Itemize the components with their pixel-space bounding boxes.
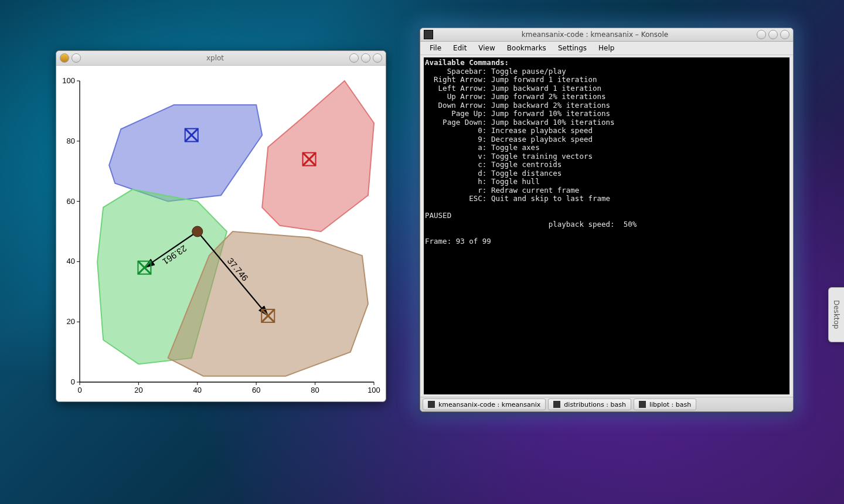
konsole-tab-label: distributions : bash <box>564 401 626 408</box>
svg-text:0: 0 <box>71 377 75 386</box>
desktop-pager-tab[interactable]: Desktop <box>828 287 844 342</box>
minimize-button[interactable] <box>757 30 766 39</box>
svg-text:100: 100 <box>367 386 380 394</box>
close-button[interactable] <box>780 30 789 39</box>
konsole-tab-2[interactable]: libplot : bash <box>634 399 696 410</box>
konsole-titlebar[interactable]: kmeansanix-code : kmeansanix – Konsole <box>420 28 793 42</box>
svg-text:40: 40 <box>193 386 202 394</box>
menu-settings[interactable]: Settings <box>552 43 593 53</box>
terminal-icon <box>553 401 560 408</box>
svg-text:20: 20 <box>134 386 142 394</box>
konsole-title: kmeansanix-code : kmeansanix – Konsole <box>433 30 757 39</box>
konsole-menubar[interactable]: FileEditViewBookmarksSettingsHelp <box>420 42 793 55</box>
svg-text:20: 20 <box>67 317 75 326</box>
xplot-title: xplot <box>81 54 349 62</box>
konsole-tab-1[interactable]: distributions : bash <box>548 399 631 410</box>
close-button[interactable] <box>373 53 382 63</box>
minimize-button[interactable] <box>349 53 359 63</box>
terminal-icon <box>428 401 435 408</box>
terminal-app-icon <box>424 30 433 39</box>
menu-edit[interactable]: Edit <box>447 43 472 53</box>
konsole-tab-label: libplot : bash <box>649 401 691 408</box>
maximize-button[interactable] <box>768 30 778 39</box>
xplot-titlebar[interactable]: xplot <box>56 51 386 66</box>
svg-text:40: 40 <box>67 257 75 265</box>
menu-view[interactable]: View <box>472 43 501 53</box>
konsole-tab-0[interactable]: kmeansanix-code : kmeansanix <box>423 399 546 410</box>
svg-text:80: 80 <box>67 137 75 145</box>
svg-text:60: 60 <box>252 386 260 394</box>
xplot-window[interactable]: xplot 02040608010002040608010023.96137.7… <box>56 50 386 402</box>
hull-blue <box>109 105 262 201</box>
query-point <box>192 226 203 237</box>
hull-red <box>262 81 374 231</box>
window-menu-icon[interactable] <box>60 53 69 63</box>
svg-text:100: 100 <box>62 76 75 85</box>
konsole-tabbar[interactable]: kmeansanix-code : kmeansanixdistribution… <box>420 397 793 411</box>
terminal-icon <box>639 401 646 408</box>
menu-help[interactable]: Help <box>593 43 620 53</box>
konsole-tab-label: kmeansanix-code : kmeansanix <box>438 401 540 408</box>
menu-bookmarks[interactable]: Bookmarks <box>501 43 552 53</box>
svg-text:60: 60 <box>67 197 75 206</box>
plot-area[interactable]: 02040608010002040608010023.96137.746 <box>56 66 386 402</box>
window-shade-icon[interactable] <box>72 53 81 63</box>
konsole-window[interactable]: kmeansanix-code : kmeansanix – Konsole F… <box>420 28 794 412</box>
terminal-output[interactable]: Available Commands: Spacebar: Toggle pau… <box>424 57 789 394</box>
svg-text:0: 0 <box>77 386 81 394</box>
plot-svg: 02040608010002040608010023.96137.746 <box>56 66 386 402</box>
maximize-button[interactable] <box>361 53 370 63</box>
svg-text:80: 80 <box>311 386 319 394</box>
menu-file[interactable]: File <box>424 43 447 53</box>
